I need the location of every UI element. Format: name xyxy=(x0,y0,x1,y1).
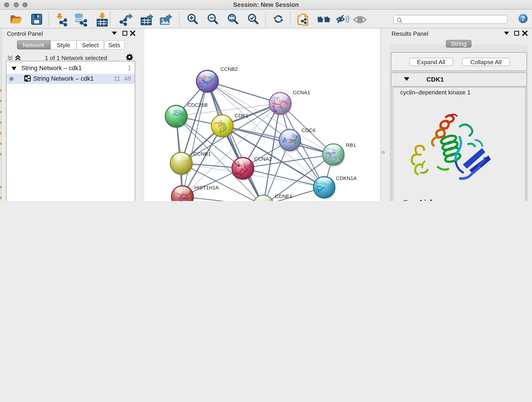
svg-text:HIST1H1A: HIST1H1A xyxy=(194,185,219,191)
svg-text:CDC25B: CDC25B xyxy=(187,102,208,108)
svg-text:CCNA1: CCNA1 xyxy=(293,89,310,95)
svg-text:CCNE1: CCNE1 xyxy=(275,193,292,199)
svg-text:?: ? xyxy=(521,15,525,22)
svg-text:CCNA2: CCNA2 xyxy=(254,156,272,162)
svg-text:CCNB1: CCNB1 xyxy=(193,151,211,157)
svg-text:CDKN1A: CDKN1A xyxy=(336,175,357,181)
svg-text:CDK1: CDK1 xyxy=(234,113,248,119)
svg-text:CDC6: CDC6 xyxy=(302,128,316,133)
svg-text:CCNB2: CCNB2 xyxy=(220,66,238,72)
svg-text:RB1: RB1 xyxy=(346,142,356,148)
